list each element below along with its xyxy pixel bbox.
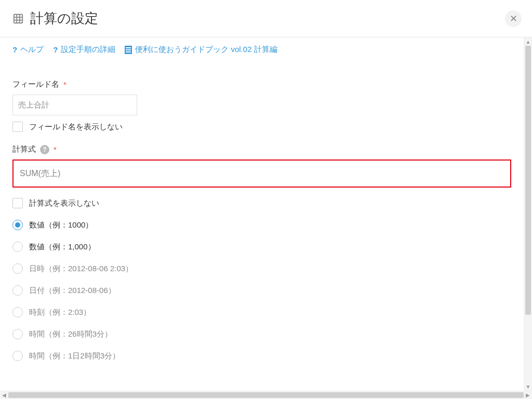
scroll-left-arrow-icon[interactable]: ◀ <box>0 391 8 400</box>
formula-label-row: 計算式 ? * <box>12 144 511 154</box>
hide-field-name-label: フィールド名を表示しない <box>29 122 123 132</box>
guidebook-link[interactable]: 便利に使おうガイドブック vol.02 計算編 <box>125 45 277 55</box>
procedure-detail-label: 設定手順の詳細 <box>61 45 115 55</box>
format-option-row[interactable]: 数値（例：1000） <box>12 220 511 230</box>
format-option-label: 時間（例：1日2時間3分） <box>29 351 120 361</box>
help-link[interactable]: ? ヘルプ <box>12 45 44 55</box>
required-mark: * <box>54 145 57 154</box>
hide-formula-checkbox[interactable] <box>12 198 23 208</box>
format-options-group: 数値（例：1000）数値（例：1,000）日時（例：2012-08-06 2:0… <box>12 220 511 361</box>
help-links-row: ? ヘルプ ? 設定手順の詳細 便利に使おうガイドブック vol.02 計算編 <box>0 37 524 62</box>
required-mark: * <box>63 80 66 89</box>
format-option-row: 日時（例：2012-08-06 2:03） <box>12 263 511 274</box>
question-icon: ? <box>12 45 17 54</box>
format-option-row: 日付（例：2012-08-06） <box>12 285 511 296</box>
hide-formula-row[interactable]: 計算式を表示しない <box>12 198 511 208</box>
format-option-radio <box>12 351 23 361</box>
document-icon <box>125 46 132 54</box>
format-option-label: 時間（例：26時間3分） <box>29 329 112 339</box>
format-option-label: 数値（例：1,000） <box>29 242 96 252</box>
format-option-radio <box>12 329 23 339</box>
format-option-row: 時間（例：1日2時間3分） <box>12 351 511 361</box>
modal-header: 計算の設定 <box>0 0 532 37</box>
hide-formula-label: 計算式を表示しない <box>29 198 99 208</box>
format-option-label: 時刻（例：2:03） <box>29 308 91 317</box>
scroll-thumb[interactable] <box>8 392 524 398</box>
format-option-radio <box>12 263 23 274</box>
help-tooltip-icon[interactable]: ? <box>40 145 49 154</box>
scroll-track[interactable] <box>8 391 524 399</box>
format-option-row: 時刻（例：2:03） <box>12 307 511 317</box>
settings-modal: 計算の設定 ✕ ? ヘルプ ? 設定手順の詳細 便利に使おうガイドブック vol… <box>0 0 532 399</box>
modal-title: 計算の設定 <box>30 9 98 28</box>
format-option-radio[interactable] <box>12 220 23 230</box>
svg-rect-0 <box>14 14 23 23</box>
question-icon: ? <box>53 45 58 54</box>
scroll-right-arrow-icon[interactable]: ▶ <box>524 391 532 400</box>
formula-value: SUM(売上) <box>20 168 60 179</box>
format-option-label: 数値（例：1000） <box>29 220 93 230</box>
guidebook-label: 便利に使おうガイドブック vol.02 計算編 <box>135 45 277 55</box>
format-option-row: 時間（例：26時間3分） <box>12 329 511 339</box>
scroll-track[interactable] <box>524 46 532 382</box>
format-option-radio <box>12 285 23 296</box>
horizontal-scrollbar[interactable]: ◀ ▶ <box>0 391 532 399</box>
form-section: フィールド名 * フィールド名を表示しない 計算式 ? * SUM(売上) <box>0 62 524 378</box>
close-button[interactable]: ✕ <box>505 10 522 27</box>
modal-body-wrap: ? ヘルプ ? 設定手順の詳細 便利に使おうガイドブック vol.02 計算編 … <box>0 37 532 391</box>
hide-field-name-row[interactable]: フィールド名を表示しない <box>12 122 511 132</box>
modal-body: ? ヘルプ ? 設定手順の詳細 便利に使おうガイドブック vol.02 計算編 … <box>0 37 524 391</box>
field-name-label-row: フィールド名 * <box>12 79 511 89</box>
formula-label: 計算式 <box>12 144 36 154</box>
scroll-thumb[interactable] <box>525 46 531 315</box>
formula-input[interactable]: SUM(売上) <box>12 159 511 188</box>
format-option-radio[interactable] <box>12 242 23 252</box>
vertical-scrollbar[interactable]: ▲ ▼ <box>524 37 532 391</box>
help-link-label: ヘルプ <box>20 45 44 55</box>
scroll-down-arrow-icon[interactable]: ▼ <box>524 382 532 391</box>
format-option-label: 日時（例：2012-08-06 2:03） <box>29 264 133 274</box>
calculator-icon <box>12 13 24 24</box>
field-name-label: フィールド名 <box>12 79 59 89</box>
format-option-row[interactable]: 数値（例：1,000） <box>12 242 511 252</box>
field-name-input[interactable] <box>12 95 137 115</box>
hide-field-name-checkbox[interactable] <box>12 122 23 132</box>
procedure-detail-link[interactable]: ? 設定手順の詳細 <box>53 45 115 55</box>
scroll-up-arrow-icon[interactable]: ▲ <box>524 37 532 46</box>
format-option-label: 日付（例：2012-08-06） <box>29 286 116 296</box>
format-option-radio <box>12 307 23 317</box>
close-icon: ✕ <box>510 13 517 24</box>
